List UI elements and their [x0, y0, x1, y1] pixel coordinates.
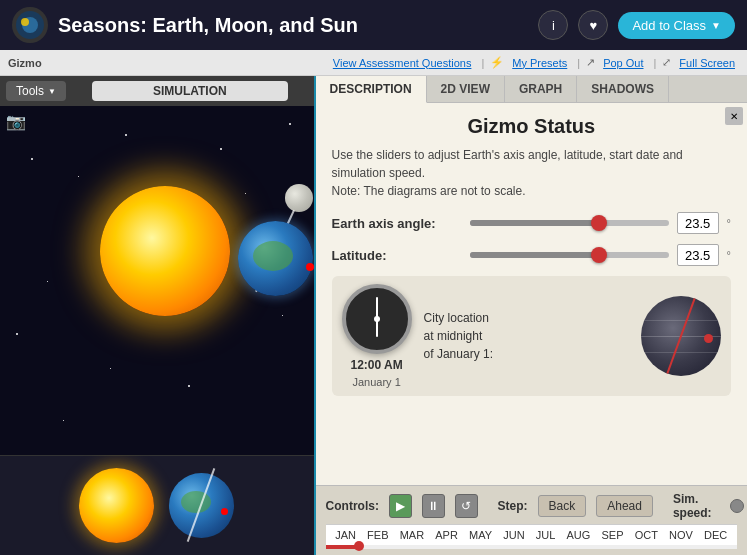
sim-panel: Tools ▼ SIMULATION [0, 76, 316, 555]
earth-axis-label: Earth axis angle: [332, 216, 462, 231]
camera-icon: 📷 [6, 113, 26, 130]
bolt-icon: ⚡ [490, 56, 504, 69]
latitude-unit: ° [727, 249, 731, 261]
globe-line-lower [641, 352, 721, 353]
month-nov[interactable]: NOV [667, 528, 695, 542]
controls-bar: Controls: ▶ ⏸ ↺ Step: Back Ahead Sim. sp… [316, 485, 747, 555]
tab-2d-view[interactable]: 2D VIEW [427, 76, 505, 102]
earth-axis-unit: ° [727, 217, 731, 229]
panel-close-button[interactable]: ✕ [725, 107, 743, 125]
my-presets-link[interactable]: My Presets [512, 57, 567, 69]
svg-point-2 [21, 18, 29, 26]
earth-axis-row: Earth axis angle: 23.5 ° [332, 212, 731, 234]
main-content: Tools ▼ SIMULATION [0, 76, 747, 555]
add-to-class-button[interactable]: Add to Class ▼ [618, 12, 735, 39]
full-screen-link[interactable]: Full Screen [679, 57, 735, 69]
month-bar: JAN FEB MAR APR MAY JUN JUL AUG SEP OCT … [326, 524, 737, 545]
info-icon: i [552, 18, 555, 33]
month-feb[interactable]: FEB [365, 528, 390, 542]
clock-center [374, 316, 380, 322]
brand-label: Gizmo [8, 57, 42, 69]
latitude-value: 23.5 [677, 244, 719, 266]
month-mar[interactable]: MAR [398, 528, 426, 542]
tab-shadows[interactable]: SHADOWS [577, 76, 669, 102]
back-button[interactable]: Back [538, 495, 587, 517]
clock-time: 12:00 AM [350, 358, 402, 372]
tools-label: Tools [16, 84, 44, 98]
sim-top-bar: Tools ▼ SIMULATION [0, 76, 314, 106]
month-aug[interactable]: AUG [565, 528, 593, 542]
month-may[interactable]: MAY [467, 528, 494, 542]
ahead-button[interactable]: Ahead [596, 495, 653, 517]
earth-thumbnail [169, 473, 234, 538]
tab-graph[interactable]: GRAPH [505, 76, 577, 102]
top-header: Seasons: Earth, Moon, and Sun i ♥ Add to… [0, 0, 747, 50]
pop-out-link[interactable]: Pop Out [603, 57, 643, 69]
sim-thumbnails [0, 455, 314, 555]
month-oct[interactable]: OCT [633, 528, 660, 542]
heart-button[interactable]: ♥ [578, 10, 608, 40]
sun-object [100, 186, 230, 316]
secondary-toolbar: Gizmo View Assessment Questions | ⚡ My P… [0, 50, 747, 76]
pause-button[interactable]: ⏸ [422, 494, 445, 518]
sun-thumbnail [79, 468, 154, 543]
play-button[interactable]: ▶ [389, 494, 412, 518]
step-label: Step: [498, 499, 528, 513]
sim-speed-label: Sim. speed: [673, 492, 727, 520]
gizmo-status-desc: Use the sliders to adjust Earth's axis a… [332, 146, 731, 200]
clock-globe-row: 12:00 AM January 1 City location at midn… [332, 276, 731, 396]
clock-container: 12:00 AM January 1 [342, 284, 412, 388]
share-icon: ↗ [586, 56, 595, 69]
info-button[interactable]: i [538, 10, 568, 40]
chevron-down-icon: ▼ [48, 87, 56, 96]
earth-object [238, 221, 313, 296]
heart-icon: ♥ [590, 18, 598, 33]
reset-icon: ↺ [461, 499, 471, 513]
earth-location-dot [306, 263, 314, 271]
month-dec[interactable]: DEC [702, 528, 729, 542]
tools-button[interactable]: Tools ▼ [6, 81, 66, 101]
clock-date: January 1 [352, 376, 400, 388]
expand-icon: ⤢ [662, 56, 671, 69]
month-jun[interactable]: JUN [501, 528, 526, 542]
month-sep[interactable]: SEP [600, 528, 626, 542]
latitude-row: Latitude: 23.5 ° [332, 244, 731, 266]
city-description: City location at midnight of January 1: [424, 309, 629, 363]
earth-axis-value: 23.5 [677, 212, 719, 234]
globe-location-dot [704, 334, 713, 343]
month-jul[interactable]: JUL [534, 528, 558, 542]
earth-axis-slider[interactable] [470, 220, 669, 226]
globe-container [641, 296, 721, 376]
chevron-down-icon: ▼ [711, 20, 721, 31]
simulation-tab[interactable]: SIMULATION [92, 81, 288, 101]
app-title: Seasons: Earth, Moon, and Sun [58, 14, 528, 37]
month-apr[interactable]: APR [433, 528, 460, 542]
moon-object [285, 184, 313, 212]
month-jan[interactable]: JAN [333, 528, 358, 542]
latitude-slider[interactable] [470, 252, 669, 258]
tab-description[interactable]: DESCRIPTION [316, 76, 427, 103]
add-to-class-label: Add to Class [632, 18, 706, 33]
progress-bar[interactable] [326, 545, 737, 549]
progress-indicator [354, 541, 364, 551]
app-logo [12, 7, 48, 43]
pause-icon: ⏸ [427, 499, 439, 513]
reset-button[interactable]: ↺ [455, 494, 478, 518]
tab-bar: DESCRIPTION 2D VIEW GRAPH SHADOWS [316, 76, 747, 103]
controls-row: Controls: ▶ ⏸ ↺ Step: Back Ahead Sim. sp… [326, 492, 737, 520]
camera-button[interactable]: 📷 [6, 112, 26, 131]
gizmo-status-panel: ✕ Gizmo Status Use the sliders to adjust… [316, 103, 747, 485]
analog-clock [342, 284, 412, 354]
latitude-label: Latitude: [332, 248, 462, 263]
right-panel: DESCRIPTION 2D VIEW GRAPH SHADOWS ✕ Gizm… [316, 76, 747, 555]
gizmo-status-title: Gizmo Status [332, 115, 731, 138]
globe-line-upper [641, 320, 721, 321]
controls-label: Controls: [326, 499, 379, 513]
sim-viewport: 📷 [0, 106, 314, 455]
play-icon: ▶ [396, 499, 405, 513]
view-assessment-link[interactable]: View Assessment Questions [333, 57, 472, 69]
speed-thumb[interactable] [730, 499, 744, 513]
